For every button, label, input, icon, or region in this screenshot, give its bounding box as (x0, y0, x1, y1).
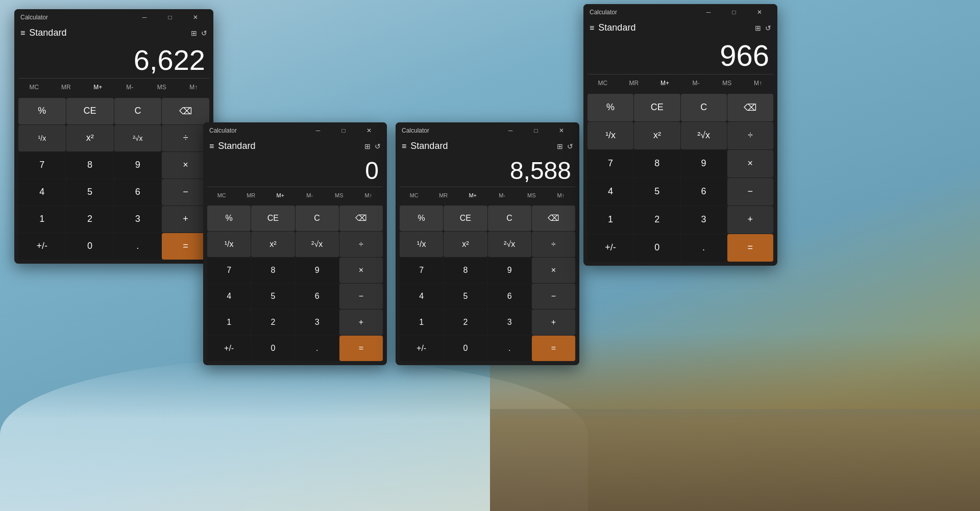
mminus-btn-4[interactable]: M- (680, 76, 711, 90)
negate-btn-2[interactable]: +/- (207, 336, 251, 361)
subtract-btn-2[interactable]: − (339, 284, 383, 309)
minimize-button-2[interactable]: ─ (306, 122, 330, 139)
6-btn-3[interactable]: 6 (488, 284, 531, 309)
menu-icon-3[interactable]: ≡ (402, 142, 406, 151)
history-icon-4[interactable]: ↺ (765, 24, 771, 32)
4-btn-2[interactable]: 4 (207, 284, 251, 309)
subtract-btn-1[interactable]: − (162, 179, 209, 206)
percent-btn-4[interactable]: % (587, 94, 633, 121)
sqrt-btn-3[interactable]: ²√x (488, 232, 531, 257)
negate-btn-3[interactable]: +/- (400, 336, 443, 361)
ms-btn-4[interactable]: MS (712, 76, 742, 90)
negate-btn-4[interactable]: +/- (587, 234, 633, 262)
4-btn-1[interactable]: 4 (18, 179, 66, 206)
backspace-btn-4[interactable]: ⌫ (727, 94, 773, 121)
mup-btn-1[interactable]: M↑ (178, 81, 210, 94)
sqrt-btn-4[interactable]: ²√x (681, 122, 727, 149)
mup-btn-2[interactable]: M↑ (354, 189, 383, 201)
4-btn-3[interactable]: 4 (400, 284, 443, 309)
decimal-btn-1[interactable]: . (114, 233, 162, 260)
5-btn-4[interactable]: 5 (634, 178, 680, 206)
equals-btn-2[interactable]: = (339, 336, 383, 361)
7-btn-4[interactable]: 7 (587, 150, 633, 177)
subtract-btn-4[interactable]: − (727, 178, 773, 206)
2-btn-3[interactable]: 2 (444, 310, 487, 335)
reciprocal-btn-3[interactable]: ¹/x (400, 232, 443, 257)
mr-btn-4[interactable]: MR (619, 76, 649, 90)
multiply-btn-1[interactable]: × (162, 152, 209, 178)
9-btn-1[interactable]: 9 (114, 152, 162, 178)
close-button-2[interactable]: ✕ (357, 122, 381, 139)
3-btn-4[interactable]: 3 (681, 206, 727, 234)
backspace-btn-3[interactable]: ⌫ (532, 206, 575, 231)
1-btn-1[interactable]: 1 (18, 206, 66, 233)
keep-on-top-icon-1[interactable]: ⊞ (191, 29, 197, 37)
5-btn-1[interactable]: 5 (66, 179, 114, 206)
maximize-button-2[interactable]: □ (332, 122, 355, 139)
0-btn-1[interactable]: 0 (66, 233, 114, 260)
minimize-button-3[interactable]: ─ (499, 122, 522, 139)
multiply-btn-3[interactable]: × (532, 258, 575, 283)
negate-btn-1[interactable]: +/- (18, 233, 66, 260)
c-btn-1[interactable]: C (114, 98, 162, 124)
mplus-btn-4[interactable]: M+ (650, 76, 680, 90)
mc-btn-4[interactable]: MC (587, 76, 618, 90)
3-btn-2[interactable]: 3 (296, 310, 339, 335)
7-btn-3[interactable]: 7 (400, 258, 443, 283)
mr-btn-1[interactable]: MR (51, 81, 82, 94)
mr-btn-2[interactable]: MR (237, 189, 266, 201)
ms-btn-3[interactable]: MS (517, 189, 546, 201)
9-btn-4[interactable]: 9 (681, 150, 727, 177)
subtract-btn-3[interactable]: − (532, 284, 575, 309)
8-btn-2[interactable]: 8 (251, 258, 295, 283)
mup-btn-3[interactable]: M↑ (547, 189, 576, 201)
history-icon-3[interactable]: ↺ (567, 142, 573, 150)
1-btn-3[interactable]: 1 (400, 310, 443, 335)
divide-btn-2[interactable]: ÷ (339, 232, 383, 257)
square-btn-4[interactable]: x² (634, 122, 680, 149)
reciprocal-btn-4[interactable]: ¹/x (587, 122, 633, 149)
decimal-btn-2[interactable]: . (296, 336, 339, 361)
mc-btn-1[interactable]: MC (18, 81, 50, 94)
equals-btn-3[interactable]: = (532, 336, 575, 361)
1-btn-4[interactable]: 1 (587, 206, 633, 234)
divide-btn-3[interactable]: ÷ (532, 232, 575, 257)
6-btn-4[interactable]: 6 (681, 178, 727, 206)
equals-btn-4[interactable]: = (727, 234, 773, 262)
equals-btn-1[interactable]: = (162, 233, 209, 260)
ce-btn-3[interactable]: CE (444, 206, 487, 231)
8-btn-1[interactable]: 8 (66, 152, 114, 178)
0-btn-4[interactable]: 0 (634, 234, 680, 262)
maximize-button-3[interactable]: □ (524, 122, 548, 139)
8-btn-3[interactable]: 8 (444, 258, 487, 283)
5-btn-3[interactable]: 5 (444, 284, 487, 309)
3-btn-3[interactable]: 3 (488, 310, 531, 335)
backspace-btn-1[interactable]: ⌫ (162, 98, 209, 124)
menu-icon-2[interactable]: ≡ (209, 142, 214, 151)
multiply-btn-2[interactable]: × (339, 258, 383, 283)
menu-icon-4[interactable]: ≡ (590, 23, 594, 33)
ce-btn-4[interactable]: CE (634, 94, 680, 121)
percent-btn-3[interactable]: % (400, 206, 443, 231)
mplus-btn-1[interactable]: M+ (82, 81, 114, 94)
7-btn-2[interactable]: 7 (207, 258, 251, 283)
multiply-btn-4[interactable]: × (727, 150, 773, 177)
mminus-btn-3[interactable]: M- (488, 189, 517, 201)
keep-on-top-icon-2[interactable]: ⊞ (364, 142, 371, 150)
3-btn-1[interactable]: 3 (114, 206, 162, 233)
2-btn-4[interactable]: 2 (634, 206, 680, 234)
2-btn-2[interactable]: 2 (251, 310, 295, 335)
maximize-button-1[interactable]: □ (158, 9, 182, 25)
2-btn-1[interactable]: 2 (66, 206, 114, 233)
ce-btn-2[interactable]: CE (251, 206, 295, 231)
ms-btn-2[interactable]: MS (325, 189, 354, 201)
mup-btn-4[interactable]: M↑ (743, 76, 773, 90)
sqrt-btn-1[interactable]: ²√x (114, 125, 162, 151)
6-btn-1[interactable]: 6 (114, 179, 162, 206)
mplus-btn-2[interactable]: M+ (266, 189, 295, 201)
c-btn-2[interactable]: C (296, 206, 339, 231)
divide-btn-4[interactable]: ÷ (727, 122, 773, 149)
history-icon-2[interactable]: ↺ (375, 142, 381, 150)
1-btn-2[interactable]: 1 (207, 310, 251, 335)
percent-btn-2[interactable]: % (207, 206, 251, 231)
